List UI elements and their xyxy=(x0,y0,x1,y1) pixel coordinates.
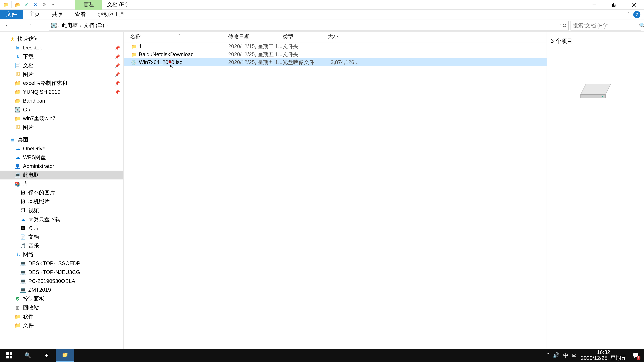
tree-item[interactable]: 📄文档 xyxy=(0,232,124,241)
ribbon-expand-icon[interactable]: ˅ xyxy=(627,11,630,17)
pictures-icon: 🖼 xyxy=(20,225,26,231)
tree-item[interactable]: 👤Administrator xyxy=(0,162,124,171)
tree-item[interactable]: 🖼保存的图片 xyxy=(0,188,124,197)
minimize-button[interactable] xyxy=(584,0,604,9)
navigation-pane[interactable]: ★快速访问 🖥Desktop📌 ⬇下载📌 📄文档📌 🖼图片📌 📁excel表格制… xyxy=(0,32,124,352)
music-icon: 🎵 xyxy=(20,243,26,249)
tray-ime-indicator[interactable]: 中 xyxy=(563,352,568,359)
qat-close-icon[interactable]: ✕ xyxy=(31,1,39,8)
tree-quick-access[interactable]: ★快速访问 xyxy=(0,34,124,43)
chevron-right-icon[interactable]: › xyxy=(106,23,108,27)
tree-item[interactable]: 🖼图片 xyxy=(0,123,124,132)
qat-settings-icon[interactable]: ⚙ xyxy=(40,1,48,8)
tray-volume-icon[interactable]: 🔊 xyxy=(553,352,560,359)
maximize-button[interactable] xyxy=(604,0,624,9)
file-date: 2020/12/25, 星期五 1... xyxy=(228,58,282,66)
chevron-right-icon[interactable]: › xyxy=(58,23,60,27)
tree-desktop[interactable]: 🖥桌面 xyxy=(0,135,124,144)
tree-item[interactable]: ☁天翼云盘下载 xyxy=(0,215,124,224)
history-dropdown-icon[interactable]: ˅ xyxy=(26,21,36,30)
column-header-type[interactable]: 类型 xyxy=(282,33,328,41)
documents-icon: 📄 xyxy=(20,234,26,240)
tree-item[interactable]: 📁Bandicam xyxy=(0,96,124,105)
tab-file[interactable]: 文件 xyxy=(0,10,23,19)
help-icon[interactable]: ? xyxy=(633,11,640,18)
chevron-right-icon[interactable]: › xyxy=(80,23,82,27)
tree-item[interactable]: 🖼图片 xyxy=(0,224,124,232)
tree-item[interactable]: 🖥Desktop📌 xyxy=(0,43,124,52)
tray-app-icon[interactable]: ✉ xyxy=(572,352,576,359)
refresh-icon[interactable]: ↻ xyxy=(562,22,566,28)
file-name: 1 xyxy=(139,43,142,49)
tab-home[interactable]: 主页 xyxy=(23,10,46,19)
file-row[interactable]: 📁BaiduNetdiskDownload2020/12/25, 星期五 1..… xyxy=(124,50,546,58)
tree-item[interactable]: 💻ZMT2019 xyxy=(0,286,124,295)
file-list-pane: ▲名称 修改日期 类型 大小 📁12020/12/15, 星期二 1...文件夹… xyxy=(124,32,546,352)
tree-item[interactable]: 💻DESKTOP-LSSOEDP xyxy=(0,259,124,268)
tree-item[interactable]: 📁win7重装win7 xyxy=(0,114,124,123)
tree-item[interactable]: 💽G:\ xyxy=(0,105,124,114)
search-box[interactable]: 🔍 xyxy=(570,21,641,30)
tab-share[interactable]: 共享 xyxy=(46,10,69,19)
search-input[interactable] xyxy=(573,22,639,28)
cloud-icon: ☁ xyxy=(20,216,26,222)
back-button[interactable]: ← xyxy=(3,21,12,30)
action-center-button[interactable]: 💬 3 xyxy=(630,351,640,360)
tab-view[interactable]: 查看 xyxy=(69,10,92,19)
tree-item[interactable]: 📁软件 xyxy=(0,312,124,321)
taskbar-clock[interactable]: 16:32 2020/12/25, 星期五 xyxy=(581,350,626,361)
start-button[interactable] xyxy=(0,349,18,362)
tray-chevron-up-icon[interactable]: ˄ xyxy=(547,352,550,359)
tree-network[interactable]: 🖧网络 xyxy=(0,250,124,259)
star-icon: ★ xyxy=(9,36,16,42)
taskbar: 🔍 ⊞ 📁 ˄ 🔊 中 ✉ 16:32 2020/12/25, 星期五 💬 3 xyxy=(0,349,644,362)
up-button[interactable]: ↑ xyxy=(37,21,47,30)
onedrive-icon: ☁ xyxy=(14,145,21,152)
close-button[interactable] xyxy=(624,0,644,9)
qat-open-icon[interactable]: 📂 xyxy=(14,1,22,8)
tree-libraries[interactable]: 📚库 xyxy=(0,179,124,188)
tree-item[interactable]: 📁excel表格制作求和📌 xyxy=(0,79,124,87)
tree-this-pc[interactable]: 💻此电脑 xyxy=(0,171,124,179)
qat-dropdown-icon[interactable]: ▾ xyxy=(49,1,57,8)
file-name: BaiduNetdiskDownload xyxy=(139,51,194,57)
folder-icon: 📁 xyxy=(14,89,21,95)
qat-check-icon[interactable]: ✔ xyxy=(22,1,30,8)
tree-item[interactable]: 📄文档📌 xyxy=(0,61,124,70)
tree-item[interactable]: 🖼图片📌 xyxy=(0,70,124,79)
breadcrumb[interactable]: 💽 › 此电脑 › 文档 (E:) › ˅ ↻ xyxy=(49,21,569,30)
task-view-button[interactable]: ⊞ xyxy=(37,349,56,362)
file-row[interactable]: 💿Win7x64_2020.iso2020/12/25, 星期五 1...光盘映… xyxy=(124,58,546,66)
file-rows[interactable]: 📁12020/12/15, 星期二 1...文件夹📁BaiduNetdiskDo… xyxy=(124,42,546,352)
file-name: Win7x64_2020.iso xyxy=(139,59,182,65)
tree-item[interactable]: ☁WPS网盘 xyxy=(0,153,124,162)
titlebar: 📁 📂 ✔ ✕ ⚙ ▾ 管理 文档 (E:) xyxy=(0,0,644,10)
tree-item[interactable]: ☁OneDrive xyxy=(0,144,124,153)
tree-item[interactable]: 📁文件 xyxy=(0,321,124,330)
file-row[interactable]: 📁12020/12/15, 星期二 1...文件夹 xyxy=(124,42,546,50)
taskbar-app-explorer[interactable]: 📁 xyxy=(56,349,74,362)
tree-item[interactable]: ⬇下载📌 xyxy=(0,52,124,61)
search-button[interactable]: 🔍 xyxy=(18,349,37,362)
tree-item[interactable]: 💻PC-20190530OBLA xyxy=(0,277,124,286)
tree-item[interactable]: 🎵音乐 xyxy=(0,241,124,250)
tree-item[interactable]: 📁YUNQISHI2019📌 xyxy=(0,87,124,96)
tree-control-panel[interactable]: ⚙控制面板 xyxy=(0,294,124,303)
column-header-date[interactable]: 修改日期 xyxy=(228,33,282,41)
address-dropdown-icon[interactable]: ˅ xyxy=(560,23,561,27)
search-icon: 🔍 xyxy=(24,352,31,359)
column-header-name[interactable]: ▲名称 xyxy=(130,33,228,41)
column-headers: ▲名称 修改日期 类型 大小 xyxy=(124,32,546,42)
folder-icon: 📁 xyxy=(14,98,21,104)
tree-recycle-bin[interactable]: 🗑回收站 xyxy=(0,303,124,312)
tree-item[interactable]: 🖼本机照片 xyxy=(0,197,124,206)
contextual-tab[interactable]: 管理 xyxy=(75,0,102,9)
forward-button[interactable]: → xyxy=(14,21,24,30)
column-header-size[interactable]: 大小 xyxy=(328,33,359,41)
tab-drive-tools[interactable]: 驱动器工具 xyxy=(92,10,131,19)
crumb-drive[interactable]: 文档 (E:) xyxy=(83,22,105,29)
search-icon[interactable]: 🔍 xyxy=(639,22,644,28)
crumb-this-pc[interactable]: 此电脑 xyxy=(61,22,79,29)
tree-item[interactable]: 🎞视频 xyxy=(0,206,124,215)
tree-item[interactable]: 💻DESKTOP-NJEU3CG xyxy=(0,268,124,277)
